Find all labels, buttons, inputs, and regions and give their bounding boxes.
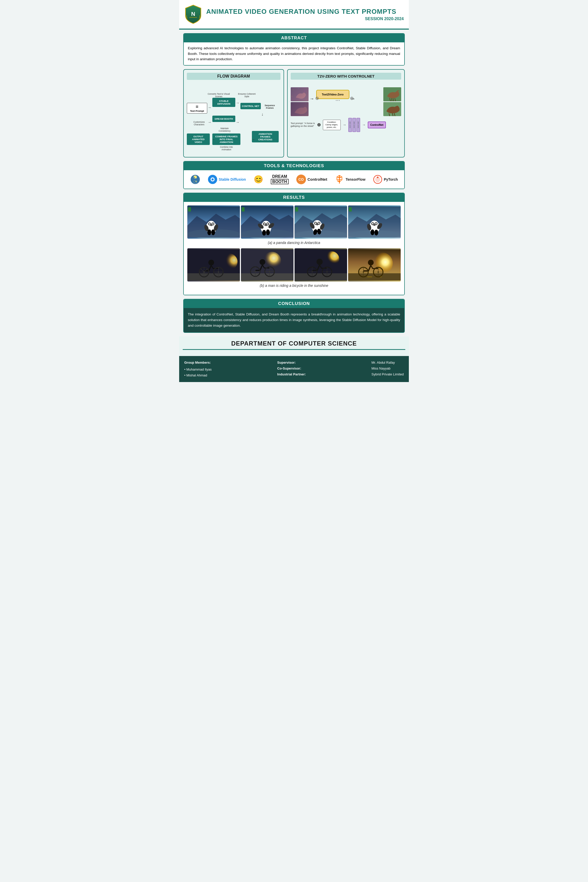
- svg-point-18: [377, 177, 378, 178]
- bike-frame-3: [294, 248, 347, 282]
- horse-input-stack: [291, 87, 309, 116]
- results-content: (a) a panda dancing in Antarctica: [184, 202, 404, 295]
- svg-point-40: [267, 223, 268, 225]
- svg-text:N: N: [191, 11, 195, 17]
- plus-symbol: ⊕: [315, 96, 319, 101]
- dept-title: DEPARTMENT OF COMPUTER SCIENCE: [183, 340, 405, 350]
- arrow-3: →: [208, 120, 212, 124]
- customizes-label: Customizes Characters: [189, 121, 209, 126]
- svg-rect-91: [241, 273, 294, 280]
- svg-point-3: [293, 90, 294, 90]
- results-header: RESULTS: [184, 193, 404, 202]
- flow-diagram-title: FLOW DIAGRAM: [187, 73, 280, 80]
- svg-point-104: [316, 258, 322, 265]
- sequence-frames-label: Sequence Frames: [262, 104, 278, 109]
- combine-into-label: Combine Into Animation: [215, 146, 238, 151]
- svg-point-102: [324, 251, 339, 266]
- svg-point-4: [298, 88, 298, 89]
- svg-point-78: [208, 260, 214, 265]
- svg-point-68: [375, 223, 377, 225]
- footer-info: Group Members: Muhammad Ilyas Mishal Ahm…: [179, 356, 409, 382]
- bike-frame-2: [241, 248, 294, 282]
- svg-point-55: [316, 223, 318, 225]
- caption-b: (b) a man is riding a bicycle in the sun…: [188, 284, 400, 288]
- stable-diffusion-label: Stable Diffusion: [219, 177, 246, 182]
- ellipsis: ⋯: [335, 98, 340, 103]
- animation-frames-node: ANIMATION FRAMES CREATIONS: [252, 131, 279, 142]
- tool-tensorflow: TensorFlow: [335, 175, 366, 184]
- panda-frame-2: [241, 206, 294, 238]
- svg-point-114: [371, 252, 393, 274]
- condition-box: Condition: Canny edges, poses, etc.: [323, 120, 341, 130]
- tool-stable-diffusion: Stable Diffusion: [208, 175, 246, 184]
- tools-content: Stable Diffusion 😊 DREAM BOOTH CO Contro…: [184, 170, 404, 189]
- svg-point-5: [304, 91, 305, 92]
- svg-rect-60: [295, 207, 298, 212]
- svg-point-30: [207, 230, 212, 235]
- t2v-bottom-row: Text prompt: "A horse is galloping on th…: [291, 118, 401, 132]
- control-net-node: CONTROL NET: [240, 103, 261, 109]
- conclusion-box: CONCLUSION The integration of ControlNet…: [183, 299, 405, 333]
- svg-rect-32: [188, 207, 191, 212]
- flow-diagram-inner: ≡ Text Prompt Converts Text to Visual Sc…: [187, 82, 280, 154]
- svg-point-41: [265, 224, 267, 226]
- arrow-2: →: [236, 101, 239, 105]
- arrow-6: ←: [252, 137, 255, 141]
- svg-point-12: [195, 181, 196, 182]
- tools-header: TOOLS & TECHNOLOGIES: [184, 162, 404, 170]
- tool-dreambooth-text: DREAM BOOTH: [271, 174, 289, 184]
- member-1: Muhammad Ilyas: [184, 366, 212, 372]
- arrow-t2v-1: →: [310, 96, 314, 102]
- logo-icon: N: [184, 4, 202, 24]
- member-2: Mishal Ahmad: [184, 372, 212, 378]
- arrow-1: →: [208, 105, 212, 110]
- svg-point-45: [266, 230, 270, 235]
- supervisor-name: Mr. Abdul Rafay: [372, 360, 404, 366]
- footer-members-col: Group Members: Muhammad Ilyas Mishal Ahm…: [184, 360, 212, 378]
- results-section: RESULTS: [183, 193, 405, 295]
- footer-supervisor-col: Supervisor: Co-Supervisor: Industrial Pa…: [277, 360, 306, 378]
- stable-diffusion-node: STABLE DIFFUSION: [212, 98, 235, 107]
- svg-point-54: [318, 222, 320, 224]
- industrial-name: Sybrid Private Limited: [372, 371, 404, 377]
- panda-frame-4: [348, 206, 400, 238]
- arrow-4: →: [236, 120, 239, 124]
- tool-controlnet: CO ControlNet: [296, 175, 327, 184]
- flow-diagram-section: FLOW DIAGRAM ≡ Text Prompt Converts Text…: [183, 69, 284, 158]
- svg-point-39: [264, 223, 265, 225]
- tool-dreambooth-emoji: 😊: [254, 175, 263, 184]
- footer-dept: DEPARTMENT OF COMPUTER SCIENCE: [179, 336, 409, 356]
- svg-point-76: [221, 254, 238, 270]
- output-video-node: OUTPUT ANIMATED VIDEO: [187, 134, 210, 145]
- panda-frame-1: [188, 206, 240, 238]
- svg-point-15: [212, 178, 214, 180]
- tool-pytorch: PyTorch: [373, 175, 398, 184]
- tools-box: TOOLS & TECHNOLOGIES: [183, 161, 405, 189]
- svg-point-44: [262, 230, 266, 236]
- main-title: ANIMATED VIDEO GENERATION USING TEXT PRO…: [206, 8, 404, 16]
- dream-booth-node: DREAM BOOTH: [212, 116, 235, 122]
- svg-rect-46: [242, 207, 244, 212]
- arrow-5: ↓: [261, 112, 263, 117]
- svg-point-72: [370, 230, 374, 235]
- plus-symbol-2: ⊕: [350, 96, 354, 101]
- svg-point-25: [209, 223, 210, 225]
- bike-frames-grid: [188, 248, 400, 282]
- t2v-section: T2V-ZERO WITH CONTROLNET: [287, 69, 405, 158]
- svg-point-27: [210, 224, 212, 226]
- svg-point-11: [194, 177, 195, 178]
- cosupervisor-name: Miss Nayyab: [372, 366, 404, 371]
- ensures-coherent-label: Ensures Coherent Style: [237, 93, 257, 98]
- caption-a: (a) a panda dancing in Antarctica: [188, 241, 400, 245]
- panda-frames-grid: [188, 206, 400, 238]
- abstract-header: ABSTRACT: [184, 34, 404, 42]
- controlnet-box: ControlNet: [368, 122, 386, 128]
- svg-point-53: [315, 222, 316, 224]
- footer-contacts-col: Mr. Abdul Rafay Miss Nayyab Sybrid Priva…: [372, 360, 404, 378]
- conclusion-section: CONCLUSION The integration of ControlNet…: [183, 299, 405, 333]
- svg-point-67: [372, 223, 374, 225]
- bike-frame-4: [348, 248, 400, 282]
- t2v-center-label: Text2Video-Zero: [320, 93, 345, 96]
- conclusion-header: CONCLUSION: [184, 299, 404, 308]
- svg-point-26: [212, 223, 214, 225]
